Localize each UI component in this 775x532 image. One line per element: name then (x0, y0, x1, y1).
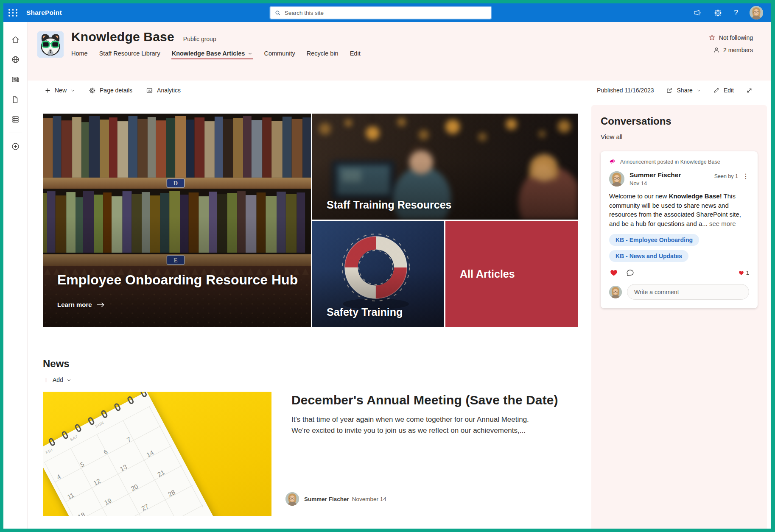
heart-count-icon (738, 270, 744, 276)
analytics-icon (146, 87, 153, 94)
add-icon[interactable] (6, 136, 25, 156)
post-author-name[interactable]: Summer Fischer (630, 171, 681, 179)
main-column: D E Employee Onboar (43, 100, 577, 529)
learn-more-link[interactable]: Learn more (57, 301, 105, 308)
news-webpart-title: News (43, 358, 577, 370)
site-logo[interactable] (37, 31, 64, 58)
nav-home[interactable]: Home (71, 50, 88, 59)
news-headline[interactable]: December's Annual Meeting (Save the Date… (291, 392, 563, 408)
post-date: Nov 14 (630, 180, 681, 187)
hero-webpart: D E Employee Onboar (43, 114, 577, 327)
app-window: SharePoint ? (3, 3, 771, 529)
news-byline: Summer Fischer November 14 (285, 492, 563, 506)
news-article-body: December's Annual Meeting (Save the Date… (291, 392, 563, 516)
view-all-link[interactable]: View all (601, 133, 622, 140)
account-avatar[interactable] (750, 6, 763, 19)
conversations-webpart: Conversations View all Announcement post… (591, 105, 767, 529)
nav-edit[interactable]: Edit (350, 50, 361, 59)
see-more-link[interactable]: see more (709, 220, 736, 227)
conversation-post-card[interactable]: Announcement posted in Knowledge Base Su… (601, 151, 758, 308)
like-heart-icon[interactable] (609, 268, 618, 277)
app-frame: SharePoint ? (0, 0, 775, 532)
hero-tile-all-articles[interactable]: All Articles (445, 221, 578, 327)
hero-tile-safety-training[interactable]: Safety Training (312, 221, 444, 327)
hero-tile-employee-onboarding[interactable]: D E Employee Onboar (43, 114, 311, 327)
home-icon[interactable] (6, 30, 25, 50)
tag-employee-onboarding[interactable]: KB - Employee Onboarding (609, 234, 699, 246)
right-column: Conversations View all Announcement post… (591, 100, 767, 529)
rail-divider (9, 133, 22, 133)
yellow-calendar-photo: FRI SAT SUN 4 5 6 7 11 12 13 14 18 19 20… (43, 392, 271, 516)
nav-knowledge-base-articles[interactable]: Knowledge Base Articles (172, 50, 253, 59)
news-add-label: Add (53, 376, 63, 383)
nav-knowledge-base-articles-label: Knowledge Base Articles (172, 50, 245, 57)
document-icon[interactable] (6, 89, 25, 109)
like-count-value: 1 (746, 270, 749, 276)
post-type-row: Announcement posted in Knowledge Base (609, 158, 749, 165)
suite-bar: SharePoint ? (3, 3, 771, 22)
analytics-label: Analytics (157, 87, 181, 94)
follow-button[interactable]: Not following (708, 34, 753, 41)
share-icon (666, 87, 673, 94)
person-icon (713, 47, 720, 53)
members-button[interactable]: 2 members (713, 47, 753, 53)
follow-label: Not following (719, 34, 753, 41)
nav-staff-resource-library[interactable]: Staff Resource Library (99, 50, 160, 59)
share-label: Share (677, 87, 693, 94)
search-input[interactable] (285, 10, 487, 16)
post-author-avatar[interactable] (609, 171, 624, 187)
globe-icon[interactable] (6, 50, 25, 70)
analytics-button[interactable]: Analytics (146, 87, 181, 94)
post-body: Welcome to our new Knowledge Base! This … (609, 192, 749, 228)
seen-by-label: Seen by 1 (714, 173, 738, 179)
megaphone-icon[interactable] (693, 8, 702, 17)
site-privacy-label: Public group (183, 36, 216, 42)
site-header: Knowledge Base Public group Home Staff R… (28, 22, 771, 81)
app-launcher-button[interactable] (3, 3, 23, 22)
announcement-megaphone-icon (609, 158, 616, 165)
pencil-icon (713, 87, 720, 94)
comment-bubble-icon[interactable] (626, 268, 635, 277)
site-title[interactable]: Knowledge Base (71, 30, 174, 44)
nav-community[interactable]: Community (264, 50, 295, 59)
post-tags: KB - Employee Onboarding KB - News and U… (609, 234, 749, 262)
news-author-name[interactable]: Summer Fischer (304, 496, 349, 502)
news-article[interactable]: FRI SAT SUN 4 5 6 7 11 12 13 14 18 19 20… (43, 392, 577, 516)
help-icon[interactable]: ? (734, 8, 738, 17)
nav-recycle-bin[interactable]: Recycle bin (307, 50, 339, 59)
search-icon (274, 10, 281, 16)
arrow-right-icon (96, 301, 105, 308)
site-nav: Home Staff Resource Library Knowledge Ba… (71, 50, 361, 59)
sharepoint-brand[interactable]: SharePoint (26, 9, 62, 17)
new-button[interactable]: New (45, 87, 75, 94)
hero-tile-title: Safety Training (327, 306, 403, 318)
tag-news-and-updates[interactable]: KB - News and Updates (609, 250, 688, 262)
page-row: Knowledge Base Public group Home Staff R… (3, 22, 771, 529)
site-header-right: Not following 2 members (708, 29, 753, 81)
bookshelf-photo: D E (43, 114, 311, 327)
news-add-button[interactable]: Add (43, 376, 71, 383)
conversations-title: Conversations (601, 115, 758, 127)
expand-button[interactable] (746, 87, 753, 94)
plus-icon (43, 377, 49, 383)
learn-more-label: Learn more (57, 301, 92, 308)
hero-tile-staff-training[interactable]: Staff Training Resources (312, 114, 578, 220)
page-details-button[interactable]: Page details (89, 87, 132, 94)
page-details-label: Page details (100, 87, 132, 94)
chevron-down-icon (697, 88, 701, 93)
more-options-icon[interactable]: ⋮ (742, 173, 749, 180)
like-count[interactable]: 1 (738, 270, 749, 276)
news-icon[interactable] (6, 70, 25, 89)
edit-button[interactable]: Edit (713, 87, 734, 94)
settings-gear-icon[interactable] (713, 8, 722, 17)
share-button[interactable]: Share (666, 87, 701, 94)
author-avatar[interactable] (285, 492, 299, 506)
content-column: Knowledge Base Public group Home Staff R… (28, 22, 771, 529)
left-app-rail (3, 22, 28, 529)
hero-tile-title: All Articles (460, 268, 515, 280)
lists-icon[interactable] (6, 109, 25, 129)
site-header-main: Knowledge Base Public group Home Staff R… (71, 29, 361, 81)
write-comment-input[interactable] (627, 284, 749, 300)
site-search-box[interactable] (270, 6, 491, 19)
post-author-row: Summer Fischer Nov 14 Seen by 1 ⋮ (609, 171, 749, 187)
